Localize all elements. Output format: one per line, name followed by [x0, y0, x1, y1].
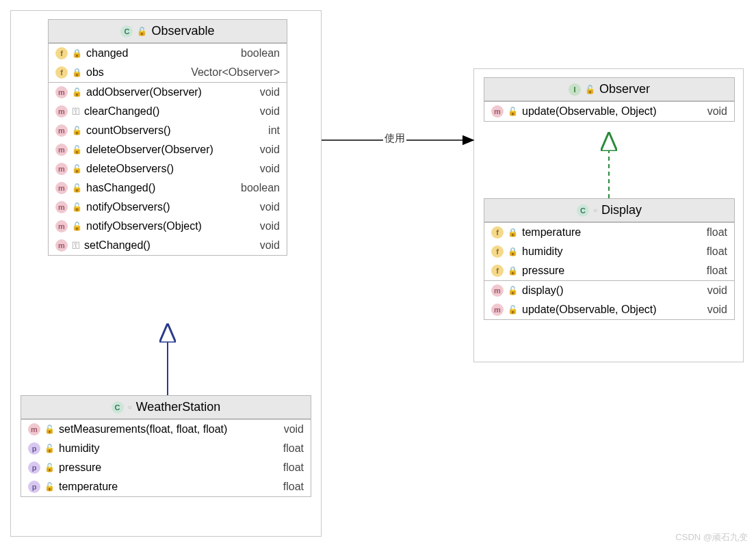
method-icon: m [491, 284, 504, 297]
method-row: m🔓deleteObservers()void [49, 159, 287, 178]
method-icon: m [491, 105, 504, 118]
method-row: m🔓hasChanged()boolean [49, 178, 287, 198]
property-row: p🔓temperaturefloat [21, 477, 311, 496]
unlock-icon: 🔓 [508, 286, 518, 295]
lock-icon: 🔒 [508, 247, 518, 256]
class-name: WeatherStation [136, 400, 221, 414]
key-icon: ⚿ [72, 107, 80, 116]
method-row: m🔓update(Observable, Object)void [484, 102, 734, 121]
property-icon: p [28, 481, 40, 493]
field-icon: f [55, 66, 68, 79]
method-icon: m [55, 182, 68, 194]
property-row: p🔓humidityfloat [21, 439, 311, 458]
method-icon: m [55, 86, 68, 98]
unlock-icon: 🔓 [508, 305, 518, 314]
method-row: m🔓notifyObservers()void [49, 198, 287, 217]
method-icon: m [491, 304, 504, 316]
unlock-icon: 🔓 [72, 145, 82, 155]
method-row: m🔓deleteObserver(Observer)void [49, 140, 287, 159]
interface-icon: I [569, 83, 581, 96]
method-icon: m [55, 201, 68, 213]
field-row: f🔒temperaturefloat [484, 223, 734, 242]
unlock-icon: 🔓 [72, 88, 82, 97]
class-title: C ○ Display [484, 199, 734, 222]
uses-label: 使用 [383, 132, 406, 145]
circle-icon: ○ [128, 403, 132, 411]
class-icon: C [120, 25, 133, 38]
fields-section: f🔒changedboolean f🔒obsVector<Observer> [49, 43, 287, 82]
unlock-icon: 🔓 [44, 444, 55, 453]
method-row: m🔓countObservers()int [49, 121, 287, 140]
unlock-icon: 🔓 [44, 482, 55, 492]
lock-icon: 🔒 [72, 49, 82, 58]
lock-icon: 🔒 [508, 228, 518, 237]
field-row: f🔒changedboolean [49, 44, 287, 63]
class-weatherstation: C ○ WeatherStation m🔓setMeasurements(flo… [21, 395, 311, 497]
method-row: m🔓setMeasurements(float, float, float)vo… [21, 420, 311, 439]
property-icon: p [28, 442, 40, 455]
method-icon: m [55, 220, 68, 232]
unlock-icon: 🔓 [585, 85, 595, 94]
field-row: f🔒pressurefloat [484, 261, 734, 280]
members-section: m🔓setMeasurements(float, float, float)vo… [21, 419, 311, 496]
class-observer: I 🔓 Observer m🔓update(Observable, Object… [484, 77, 735, 122]
method-icon: m [55, 144, 68, 156]
method-row: m⚿clearChanged()void [49, 102, 287, 121]
field-row: f🔒humidityfloat [484, 242, 734, 261]
lock-icon: 🔒 [508, 266, 518, 276]
class-display: C ○ Display f🔒temperaturefloat f🔒humidit… [484, 198, 735, 320]
unlock-icon: 🔓 [72, 126, 82, 135]
key-icon: ⚿ [72, 241, 80, 250]
methods-section: m🔓display()void m🔓update(Observable, Obj… [484, 280, 734, 319]
unlock-icon: 🔓 [137, 27, 147, 36]
method-row: m🔓update(Observable, Object)void [484, 300, 734, 319]
unlock-icon: 🔓 [72, 202, 82, 212]
property-row: p🔓pressurefloat [21, 458, 311, 477]
methods-section: m🔓addObserver(Observer)void m⚿clearChang… [49, 82, 287, 255]
field-icon: f [491, 245, 504, 258]
method-row: m🔓addObserver(Observer)void [49, 83, 287, 102]
method-row: m🔓notifyObservers(Object)void [49, 217, 287, 236]
property-icon: p [28, 461, 40, 474]
class-title: C 🔓 Observable [49, 20, 287, 43]
field-icon: f [55, 47, 68, 59]
class-icon: C [112, 401, 124, 414]
field-icon: f [491, 265, 504, 277]
unlock-icon: 🔓 [44, 425, 55, 434]
method-icon: m [55, 124, 68, 137]
fields-section: f🔒temperaturefloat f🔒humidityfloat f🔒pre… [484, 222, 734, 280]
class-icon: C [577, 204, 589, 217]
class-title: C ○ WeatherStation [21, 396, 311, 419]
methods-section: m🔓update(Observable, Object)void [484, 101, 734, 121]
method-row: m⚿setChanged()void [49, 236, 287, 255]
class-observable: C 🔓 Observable f🔒changedboolean f🔒obsVec… [48, 19, 287, 256]
class-name: Observable [151, 24, 214, 38]
class-name: Display [601, 203, 642, 217]
method-icon: m [55, 239, 68, 252]
unlock-icon: 🔓 [72, 222, 82, 231]
unlock-icon: 🔓 [508, 107, 518, 116]
unlock-icon: 🔓 [72, 183, 82, 193]
circle-icon: ○ [593, 206, 597, 214]
unlock-icon: 🔓 [72, 164, 82, 174]
unlock-icon: 🔓 [44, 463, 55, 472]
class-title: I 🔓 Observer [484, 78, 734, 101]
method-icon: m [55, 163, 68, 175]
method-icon: m [55, 105, 68, 118]
field-icon: f [491, 226, 504, 239]
lock-icon: 🔒 [72, 68, 82, 77]
watermark: CSDN @顽石九变 [675, 531, 748, 544]
method-row: m🔓display()void [484, 281, 734, 300]
field-row: f🔒obsVector<Observer> [49, 63, 287, 82]
method-icon: m [28, 423, 40, 436]
class-name: Observer [599, 82, 650, 96]
